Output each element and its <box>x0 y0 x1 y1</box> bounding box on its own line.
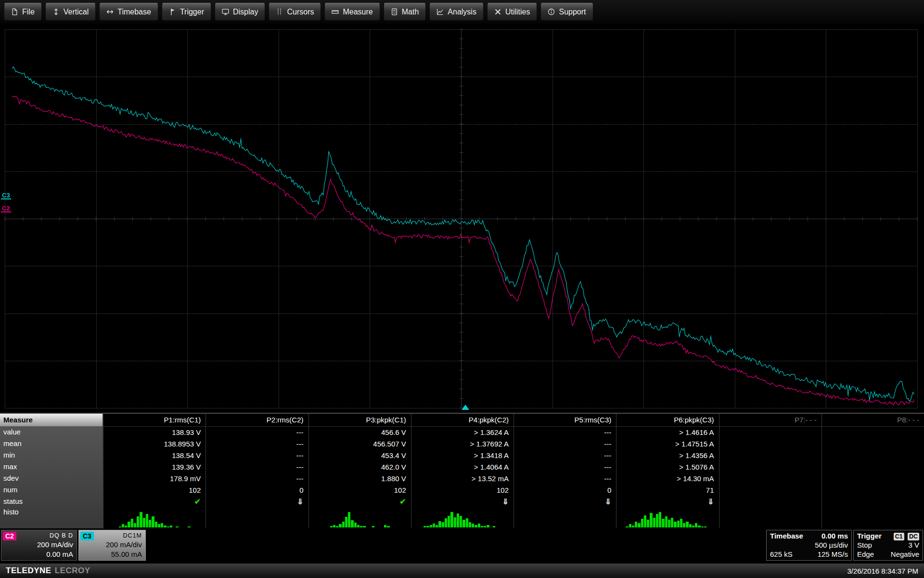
measure-num-cell: 102 <box>103 485 205 496</box>
analysis-icon <box>436 8 444 15</box>
measure-max-cell <box>719 461 821 473</box>
menu-support-label: Support <box>559 8 586 16</box>
timebase-panel[interactable]: Timebase 0.00 ms 500 µs/div 625 kS 125 M… <box>766 530 852 561</box>
timebase-samples: 625 kS <box>770 550 793 559</box>
measure-icon <box>332 8 339 15</box>
measure-min-cell: > 1.3418 A <box>411 450 513 461</box>
measure-max-cell: --- <box>206 461 308 473</box>
measure-column-p6: P6:pkpk(C3)> 1.4616 A> 1.47515 A> 1.4356… <box>616 414 719 529</box>
channel-bar: C2 DQ B D 200 mA/div 0.00 mA C3 DC1M 200… <box>0 528 924 564</box>
measure-row-label-status: status <box>0 496 103 507</box>
measure-status-cell <box>719 496 821 508</box>
channel-c3-tags: DC1M <box>95 531 142 540</box>
trigger-time-marker[interactable] <box>462 405 469 410</box>
measure-mean-cell: --- <box>514 438 616 450</box>
c3-offset-marker[interactable]: C3 <box>1 192 11 199</box>
measure-col-header[interactable]: P7:- - - <box>719 414 821 427</box>
measure-column-p1: P1:rms(C1)138.93 V138.8953 V138.54 V139.… <box>103 414 205 529</box>
measure-mean-cell: 138.8953 V <box>103 438 205 450</box>
measure-mean-cell <box>822 438 924 450</box>
menu-vertical-label: Vertical <box>64 8 89 16</box>
measure-value-cell: 138.93 V <box>103 427 205 438</box>
measure-col-header[interactable]: P5:rms(C3) <box>514 414 616 427</box>
waveform-display[interactable]: C3 C2 <box>0 24 924 413</box>
measure-sdev-cell: --- <box>514 473 616 485</box>
math-icon <box>391 8 398 15</box>
menu-analysis[interactable]: Analysis <box>429 3 484 21</box>
trigger-badges: C1 DC <box>892 531 919 540</box>
measure-min-cell <box>822 450 924 461</box>
status-bar: TELEDYNELECROY 3/26/2016 8:34:37 PM <box>0 564 924 578</box>
brand-teledyne: TELEDYNE <box>6 566 51 575</box>
measure-mean-cell: > 1.47515 A <box>616 438 719 450</box>
measure-column-p5: P5:rms(C3)---------------0⇓ <box>513 414 616 529</box>
measure-mean-cell: 456.507 V <box>309 438 411 450</box>
measure-max-cell: > 1.5076 A <box>616 461 719 473</box>
channel-c2-descriptor[interactable]: C2 DQ B D 200 mA/div 0.00 mA <box>1 530 77 561</box>
measure-row-label-histo: histo <box>0 507 103 528</box>
trigger-mode: Stop <box>857 540 872 550</box>
menu-cursors-label: Cursors <box>287 8 314 16</box>
timebase-title: Timebase <box>770 531 803 540</box>
channel-c2-offset: 0.00 mA <box>18 550 73 559</box>
measure-col-header[interactable]: P3:pkpk(C1) <box>309 414 411 427</box>
menu-cursors[interactable]: Cursors <box>269 3 321 21</box>
c2-offset-marker[interactable]: C2 <box>1 205 11 212</box>
channel-c3-descriptor[interactable]: C3 DC1M 200 mA/div 55.00 mA <box>78 530 146 561</box>
measure-num-cell: 71 <box>616 485 719 496</box>
measure-column-p2: P2:rms(C2)---------------0⇓ <box>205 414 308 529</box>
measure-num-cell <box>822 485 924 496</box>
measure-row-labels: Measure value mean min max sdev num stat… <box>0 414 103 528</box>
measure-sdev-cell: > 13.52 mA <box>411 473 513 485</box>
measure-value-cell: > 1.3624 A <box>411 427 513 438</box>
measure-max-cell: 462.0 V <box>309 461 411 473</box>
cursors-icon <box>276 8 283 15</box>
measure-num-cell: 102 <box>411 485 513 496</box>
measure-col-header[interactable]: P6:pkpk(C3) <box>616 414 719 427</box>
menu-measure[interactable]: Measure <box>324 3 380 21</box>
measure-col-header[interactable]: P4:pkpk(C2) <box>411 414 513 427</box>
timebase-per-div: 500 µs/div <box>815 540 848 550</box>
menu-analysis-label: Analysis <box>448 8 476 16</box>
trigger-source-badge: C1 <box>894 533 904 540</box>
measure-columns: P1:rms(C1)138.93 V138.8953 V138.54 V139.… <box>103 414 924 528</box>
measure-value-cell: 456.6 V <box>309 427 411 438</box>
trigger-coupling-badge: DC <box>908 533 919 540</box>
menu-vertical[interactable]: Vertical <box>45 3 96 21</box>
measure-col-header[interactable]: P2:rms(C2) <box>206 414 308 427</box>
display-icon <box>222 8 229 15</box>
vertical-icon <box>52 8 60 15</box>
brand-logo: TELEDYNELECROY <box>6 566 90 576</box>
trigger-panel[interactable]: Trigger C1 DC Stop 3 V Edge Negative <box>853 530 923 561</box>
measure-value-cell <box>822 427 924 438</box>
measure-max-cell: --- <box>514 461 616 473</box>
trigger-icon <box>169 8 176 15</box>
measure-row-label-sdev: sdev <box>0 473 103 484</box>
measure-panel: Measure value mean min max sdev num stat… <box>0 413 924 528</box>
menu-trigger[interactable]: Trigger <box>162 3 211 21</box>
trigger-slope: Negative <box>891 550 919 559</box>
measure-value-cell: --- <box>514 427 616 438</box>
waveform-canvas <box>0 24 924 413</box>
measure-col-header[interactable]: P1:rms(C1) <box>103 414 205 427</box>
oscilloscope-screen: File Vertical Timebase Trigger Display C… <box>0 0 924 578</box>
measure-mean-cell: > 1.37692 A <box>411 438 513 450</box>
measure-value-cell: --- <box>206 427 308 438</box>
measure-row-label-mean: mean <box>0 438 103 449</box>
channel-c2-badge: C2 <box>3 532 16 540</box>
measure-num-cell: 102 <box>309 485 411 496</box>
menu-utilities[interactable]: Utilities <box>487 3 538 21</box>
measure-histogram <box>822 508 924 529</box>
measure-col-header[interactable]: P8:- - - <box>822 414 924 427</box>
menu-file[interactable]: File <box>4 3 42 21</box>
menu-trigger-label: Trigger <box>180 8 204 16</box>
channel-c2-tags: DQ B D <box>18 531 73 540</box>
measure-sdev-cell: 178.9 mV <box>103 473 205 485</box>
menu-math[interactable]: Math <box>384 3 426 21</box>
menu-timebase[interactable]: Timebase <box>99 3 158 21</box>
menu-support[interactable]: Support <box>540 3 593 21</box>
measure-histogram <box>309 508 411 529</box>
menu-display[interactable]: Display <box>215 3 265 21</box>
measure-histogram <box>411 508 513 529</box>
measure-status-cell: ⇓ <box>514 496 616 508</box>
